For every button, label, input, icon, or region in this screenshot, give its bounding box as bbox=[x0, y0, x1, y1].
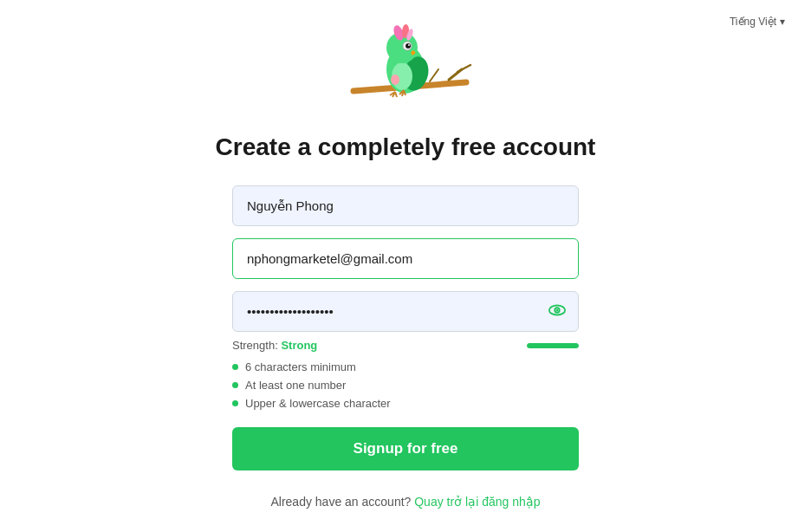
login-link-row: Already have an account? Quay trở lại đă… bbox=[232, 495, 579, 509]
name-input[interactable] bbox=[232, 185, 579, 226]
svg-point-21 bbox=[391, 75, 399, 85]
login-link[interactable]: Quay trở lại đăng nhập bbox=[414, 495, 540, 509]
parrot-logo bbox=[336, 17, 475, 113]
logo-area bbox=[336, 17, 475, 116]
svg-line-17 bbox=[395, 92, 397, 97]
email-input[interactable] bbox=[232, 238, 579, 279]
password-wrapper bbox=[232, 291, 579, 332]
strength-row: Strength: Strong bbox=[232, 339, 579, 352]
page-title: Create a completely free account bbox=[216, 133, 596, 161]
language-label: Tiếng Việt bbox=[730, 16, 776, 28]
signup-button[interactable]: Signup for free bbox=[232, 427, 579, 470]
svg-point-24 bbox=[556, 308, 559, 311]
svg-point-13 bbox=[408, 44, 410, 46]
requirements-list: 6 characters minimum At least one number… bbox=[232, 360, 579, 410]
toggle-password-icon[interactable] bbox=[548, 301, 567, 323]
strength-bar-fill bbox=[527, 343, 579, 348]
svg-line-3 bbox=[430, 69, 438, 81]
svg-line-2 bbox=[457, 65, 470, 72]
chevron-down-icon: ▾ bbox=[780, 16, 785, 28]
strength-bar bbox=[527, 343, 579, 348]
requirement-item: 6 characters minimum bbox=[232, 360, 579, 373]
requirement-item: Upper & lowercase character bbox=[232, 397, 579, 410]
signup-form: Strength: Strong 6 characters minimum At… bbox=[232, 185, 579, 509]
main-container: Create a completely free account Strengt… bbox=[0, 0, 811, 509]
strength-value: Strong bbox=[281, 339, 317, 352]
requirement-item: At least one number bbox=[232, 379, 579, 392]
already-account-text: Already have an account? bbox=[270, 495, 411, 509]
strength-label: Strength: Strong bbox=[232, 339, 317, 352]
language-selector[interactable]: Tiếng Việt ▾ bbox=[730, 16, 785, 28]
svg-point-12 bbox=[406, 43, 411, 49]
password-input[interactable] bbox=[232, 291, 579, 332]
